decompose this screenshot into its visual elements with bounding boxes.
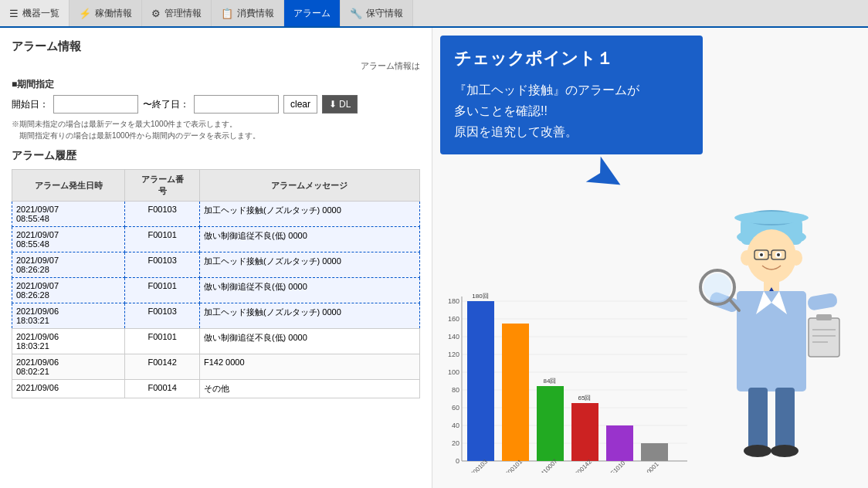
end-date-label: 〜終了日： [143, 98, 189, 111]
period-note-line1: ※期間未指定の場合は最新データを最大1000件まで表示します。 [12, 118, 420, 130]
tab-alarm-label: アラーム [293, 7, 331, 20]
tab-management-info[interactable]: ⚙ 管理情報 [142, 0, 212, 26]
tab-alarm-info[interactable]: アラーム [284, 0, 341, 26]
cell-message: 加工ヘッド接触(ノズルタッチ) 0000 [199, 252, 419, 278]
clear-button[interactable]: clear [283, 95, 317, 114]
cell-code: F00142 [125, 354, 200, 380]
cell-message: F142 0000 [199, 354, 419, 380]
tab-operation-info[interactable]: ⚡ 稼働情報 [70, 0, 142, 26]
tab-operation-label: 稼働情報 [95, 7, 132, 20]
table-row: 2021/09/06F00014その他 [12, 380, 420, 398]
tooltip-line1: 『加工ヘッド接触』のアラームが [454, 80, 689, 100]
table-row: 2021/09/06 18:03:21F00103加工ヘッド接触(ノズルタッチ)… [12, 303, 420, 329]
cell-datetime: 2021/09/06 08:02:21 [12, 354, 125, 380]
cell-code: F00101 [125, 329, 200, 354]
maintenance-icon: 🔧 [350, 8, 362, 19]
cell-datetime: 2021/09/06 18:03:21 [12, 329, 125, 354]
svg-text:140: 140 [448, 333, 459, 341]
cell-message: 倣い制御追従不良(低) 0000 [199, 329, 419, 354]
table-row: 2021/09/07 08:26:28F00103加工ヘッド接触(ノズルタッチ)… [12, 252, 420, 278]
chart-svg: 0 20 40 60 80 100 120 140 160 180 [440, 287, 710, 473]
svg-text:180回: 180回 [472, 293, 488, 300]
period-section-label: ■期間指定 [12, 78, 420, 91]
tab-machine-list[interactable]: ☰ 機器一覧 [0, 0, 70, 26]
svg-text:180: 180 [448, 297, 459, 305]
svg-rect-55 [816, 314, 832, 320]
period-note-line2: 期間指定有りの場合は最新1000件から期間内のデータを表示します。 [12, 130, 420, 141]
svg-point-51 [704, 273, 731, 301]
tooltip-body: 『加工ヘッド接触』のアラームが 多いことを確認!! 原因を追究して改善。 [454, 80, 689, 143]
svg-rect-54 [809, 318, 839, 357]
right-panel: チェックポイント１ 『加工ヘッド接触』のアラームが 多いことを確認!! 原因を追… [432, 28, 868, 488]
bar-0001 [641, 443, 668, 461]
alarm-info-note: アラーム情報は [12, 60, 420, 72]
tab-bar: ☰ 機器一覧 ⚡ 稼働情報 ⚙ 管理情報 📋 消費情報 アラーム 🔧 保守情報 [0, 0, 868, 28]
bar-F00142 [571, 403, 598, 461]
table-row: 2021/09/07 08:26:28F00101倣い制御追従不良(低) 000… [12, 278, 420, 303]
period-row: 開始日： 〜終了日： clear ⬇ DL [12, 95, 420, 114]
cell-code: F00103 [125, 303, 200, 329]
bar-F00103 [467, 301, 494, 461]
main-content: アラーム情報 アラーム情報は ■期間指定 開始日： 〜終了日： clear ⬇ … [0, 28, 868, 488]
table-row: 2021/09/06 08:02:21F00142F142 0000 [12, 354, 420, 380]
character-svg [687, 195, 856, 488]
tab-consumption-label: 消費情報 [237, 7, 274, 20]
tab-consumption-info[interactable]: 📋 消費情報 [212, 0, 284, 26]
svg-text:80: 80 [452, 386, 459, 394]
tooltip-line3: 原因を追究して改善。 [454, 121, 689, 142]
svg-text:120: 120 [448, 351, 459, 358]
svg-point-42 [741, 250, 753, 266]
svg-text:100: 100 [448, 368, 459, 376]
svg-text:60: 60 [452, 404, 459, 412]
svg-text:0001: 0001 [646, 460, 660, 473]
table-row: 2021/09/06 18:03:21F00101倣い制御追従不良(低) 000… [12, 329, 420, 354]
end-date-input[interactable] [194, 95, 279, 114]
dl-button[interactable]: ⬇ DL [322, 95, 358, 114]
chart-area: 0 20 40 60 80 100 120 140 160 180 [440, 287, 710, 473]
consumption-icon: 📋 [221, 8, 233, 19]
alarm-history-title: アラーム履歴 [12, 149, 420, 163]
svg-text:84回: 84回 [544, 378, 557, 385]
start-date-input[interactable] [53, 95, 138, 114]
tooltip-title: チェックポイント１ [454, 47, 689, 70]
cell-datetime: 2021/09/07 08:55:48 [12, 202, 125, 227]
cell-datetime: 2021/09/07 08:55:48 [12, 227, 125, 252]
character-illustration [675, 28, 868, 488]
tab-machine-list-label: 機器一覧 [22, 7, 59, 20]
svg-text:160: 160 [448, 315, 459, 323]
cell-code: F00101 [125, 227, 200, 252]
cell-code: F00101 [125, 278, 200, 303]
cell-datetime: 2021/09/06 18:03:21 [12, 303, 125, 329]
dl-button-label: DL [339, 99, 351, 110]
svg-point-43 [790, 250, 802, 266]
cell-code: F00103 [125, 252, 200, 278]
svg-point-62 [771, 445, 798, 457]
tab-management-label: 管理情報 [164, 7, 202, 20]
tooltip-box: チェックポイント１ 『加工ヘッド接触』のアラームが 多いことを確認!! 原因を追… [440, 36, 703, 154]
cell-message: その他 [199, 380, 419, 398]
section-title: アラーム情報 [12, 39, 420, 54]
svg-rect-46 [737, 291, 806, 391]
svg-point-61 [744, 445, 771, 457]
svg-text:0: 0 [456, 457, 459, 465]
bar-F1010 [606, 425, 633, 461]
cell-code: F00014 [125, 380, 200, 398]
bar-M10007 [537, 386, 564, 461]
table-row: 2021/09/07 08:55:48F00101倣い制御追従不良(低) 000… [12, 227, 420, 252]
cell-datetime: 2021/09/06 [12, 380, 125, 398]
cell-message: 加工ヘッド接触(ノズルタッチ) 0000 [199, 303, 419, 329]
col-header-datetime: アラーム発生日時 [12, 170, 125, 202]
tab-maintenance-label: 保守情報 [366, 7, 403, 20]
start-date-label: 開始日： [12, 98, 49, 111]
svg-text:65回: 65回 [578, 395, 592, 402]
cell-message: 倣い制御追従不良(低) 0000 [199, 227, 419, 252]
svg-text:40: 40 [452, 422, 459, 429]
cell-datetime: 2021/09/07 08:26:28 [12, 278, 125, 303]
svg-point-63 [734, 212, 809, 224]
svg-rect-60 [775, 388, 795, 449]
svg-rect-53 [807, 293, 839, 311]
tab-maintenance-info[interactable]: 🔧 保守情報 [341, 0, 413, 26]
svg-text:20: 20 [452, 439, 459, 447]
machine-list-icon: ☰ [9, 8, 19, 19]
alarm-table: アラーム発生日時 アラーム番号 アラームメッセージ 2021/09/07 08:… [12, 169, 420, 398]
